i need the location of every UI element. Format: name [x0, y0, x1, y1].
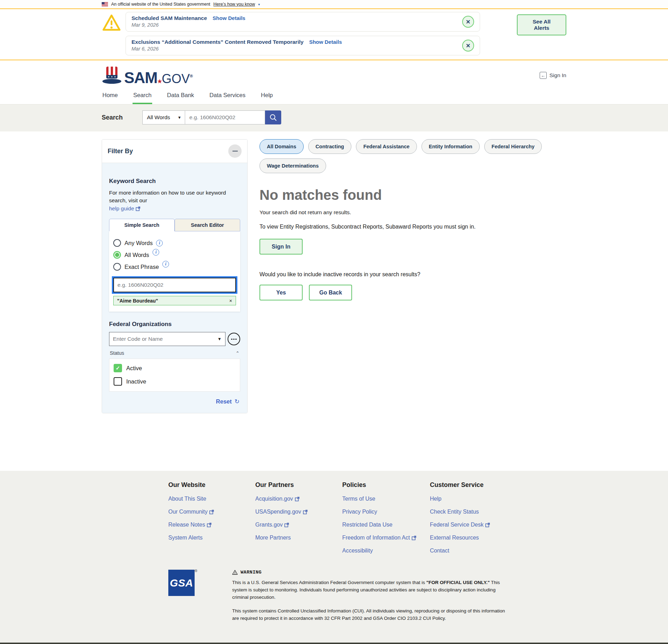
- include-inactive-question: Would you like to include inactive recor…: [259, 271, 566, 278]
- reset-filters-link[interactable]: Reset: [216, 398, 232, 405]
- footer-link-contact[interactable]: Contact: [430, 548, 535, 554]
- reset-icon[interactable]: ↻: [235, 398, 239, 405]
- more-options-button[interactable]: [228, 333, 240, 345]
- pill-federal-hierarchy[interactable]: Federal Hierarchy: [484, 139, 542, 154]
- chip-remove-icon[interactable]: ×: [229, 298, 232, 304]
- alert-card-exclusions: Exclusions “Additional Comments” Content…: [126, 36, 480, 55]
- footer-link-privacy-policy[interactable]: Privacy Policy: [342, 509, 430, 515]
- footer-col-our-website: Our Website About This Site Our Communit…: [168, 481, 255, 561]
- info-icon[interactable]: i: [162, 261, 169, 267]
- alert-list: Scheduled SAM Maintenance Show Details M…: [126, 12, 480, 55]
- nav-item-data-services[interactable]: Data Services: [209, 88, 246, 104]
- checkbox-unchecked-icon[interactable]: [114, 377, 122, 386]
- footer-link-label: Contact: [430, 548, 449, 554]
- nav-item-home[interactable]: Home: [102, 88, 119, 104]
- keyword-help-text: For more information on how to use our k…: [109, 190, 226, 203]
- external-link-icon: [207, 523, 211, 527]
- show-details-link[interactable]: Show Details: [212, 15, 245, 21]
- logo-registered-mark: ®: [190, 74, 193, 79]
- nav-item-help[interactable]: Help: [260, 88, 274, 104]
- sign-in-button[interactable]: Sign In: [259, 239, 303, 255]
- how-you-know-link[interactable]: Here’s how you know: [214, 2, 255, 7]
- chevron-down-icon: ▼: [217, 337, 222, 341]
- warning-label: WARNING: [241, 570, 262, 575]
- footer-link-grants-gov[interactable]: Grants.gov: [255, 522, 342, 528]
- footer-link-usaspending-gov[interactable]: USASpending.gov: [255, 509, 342, 515]
- radio-all-words[interactable]: [113, 251, 121, 259]
- footer-link-acquisition-gov[interactable]: Acquisition.gov: [255, 496, 342, 502]
- go-back-button[interactable]: Go Back: [309, 285, 352, 300]
- site-footer: Our Website About This Site Our Communit…: [0, 471, 668, 643]
- footer-link-label: Our Community: [168, 509, 208, 515]
- status-active-option[interactable]: ✓ Active: [114, 364, 236, 372]
- pill-federal-assistance[interactable]: Federal Assistance: [356, 139, 417, 154]
- main-content: Filter By Keyword Search For more inform…: [0, 131, 668, 471]
- nav-item-search[interactable]: Search: [133, 88, 152, 104]
- keyword-chip: "Aime Bourdeau" ×: [113, 296, 236, 305]
- domain-pills: All Domains Contracting Federal Assistan…: [259, 139, 566, 173]
- info-icon[interactable]: i: [153, 249, 159, 256]
- sign-in-label: Sign In: [549, 72, 566, 79]
- footer-link-help[interactable]: Help: [430, 496, 535, 502]
- footer-link-our-community[interactable]: Our Community: [168, 509, 255, 515]
- status-options: ✓ Active Inactive: [109, 359, 240, 392]
- close-icon[interactable]: ✕: [462, 40, 474, 52]
- footer-link-release-notes[interactable]: Release Notes: [168, 522, 255, 528]
- footer-heading: Our Partners: [255, 481, 342, 489]
- nav-item-data-bank[interactable]: Data Bank: [166, 88, 195, 104]
- no-results-subtitle: Your search did not return any results.: [259, 209, 566, 216]
- gov-banner: An official website of the United States…: [0, 0, 668, 9]
- footer-link-external-resources[interactable]: External Resources: [430, 535, 535, 541]
- search-mode-select[interactable]: All Words ▼: [142, 110, 185, 124]
- help-guide-label: help guide: [109, 205, 134, 212]
- simple-search-panel: Any Words i All Words i Exact Phrase i: [109, 231, 240, 312]
- footer-link-check-entity-status[interactable]: Check Entity Status: [430, 509, 535, 515]
- see-all-alerts-button[interactable]: See All Alerts: [517, 14, 566, 35]
- info-icon[interactable]: i: [156, 240, 163, 246]
- footer-link-label: Acquisition.gov: [255, 496, 293, 502]
- tab-simple-search[interactable]: Simple Search: [109, 219, 175, 231]
- header-sign-in-link[interactable]: ← Sign In: [540, 72, 566, 79]
- external-link-icon: [284, 523, 289, 527]
- radio-any-words[interactable]: [113, 239, 121, 247]
- pill-entity-information[interactable]: Entity Information: [421, 139, 480, 154]
- close-icon[interactable]: ✕: [462, 16, 474, 28]
- show-details-link[interactable]: Show Details: [309, 39, 342, 45]
- sign-in-arrow-icon: ←: [540, 72, 547, 79]
- footer-link-accessibility[interactable]: Accessibility: [342, 548, 430, 554]
- keyword-tabs: Simple Search Search Editor: [109, 219, 240, 231]
- yes-button[interactable]: Yes: [259, 285, 303, 300]
- footer-link-foia[interactable]: Freedom of Information Act: [342, 535, 430, 541]
- external-link-icon: [485, 523, 490, 527]
- alert-date: Mar 6, 2026: [131, 46, 459, 52]
- chevron-up-icon[interactable]: ⌃: [236, 351, 239, 356]
- footer-link-restricted-data-use[interactable]: Restricted Data Use: [342, 522, 430, 528]
- warning-paragraph-2: This system contains Controlled Unclassi…: [232, 608, 513, 622]
- checkbox-checked-icon[interactable]: ✓: [114, 364, 122, 372]
- identifier-bar: SAM.gov An official website of the U.S. …: [0, 643, 668, 644]
- footer-link-terms-of-use[interactable]: Terms of Use: [342, 496, 430, 502]
- federal-org-select[interactable]: Enter Code or Name ▼: [109, 332, 225, 346]
- sam-gov-logo[interactable]: SAM★GOV®: [102, 66, 193, 85]
- status-inactive-option[interactable]: Inactive: [114, 377, 236, 386]
- footer-link-label: External Resources: [430, 535, 479, 541]
- radio-exact-phrase[interactable]: [113, 263, 121, 271]
- warning-block: WARNING This is a U.S. General Services …: [232, 570, 513, 629]
- pill-all-domains[interactable]: All Domains: [259, 139, 304, 154]
- footer-link-about-this-site[interactable]: About This Site: [168, 496, 255, 502]
- search-input[interactable]: [185, 110, 265, 124]
- keyword-input[interactable]: [113, 278, 236, 292]
- collapse-filters-button[interactable]: [228, 144, 242, 158]
- tab-search-editor[interactable]: Search Editor: [175, 219, 240, 231]
- footer-link-system-alerts[interactable]: System Alerts: [168, 535, 255, 541]
- search-button[interactable]: [265, 110, 281, 124]
- pill-wage-determinations[interactable]: Wage Determinations: [259, 158, 326, 173]
- external-link-icon: [295, 497, 299, 501]
- uncle-sam-hat-icon: [102, 66, 122, 85]
- minus-icon: [232, 151, 238, 151]
- pill-contracting[interactable]: Contracting: [308, 139, 351, 154]
- footer-col-customer-service: Customer Service Help Check Entity Statu…: [430, 481, 535, 561]
- help-guide-link[interactable]: help guide: [109, 205, 140, 212]
- footer-link-more-partners[interactable]: More Partners: [255, 535, 342, 541]
- footer-link-federal-service-desk[interactable]: Federal Service Desk: [430, 522, 535, 528]
